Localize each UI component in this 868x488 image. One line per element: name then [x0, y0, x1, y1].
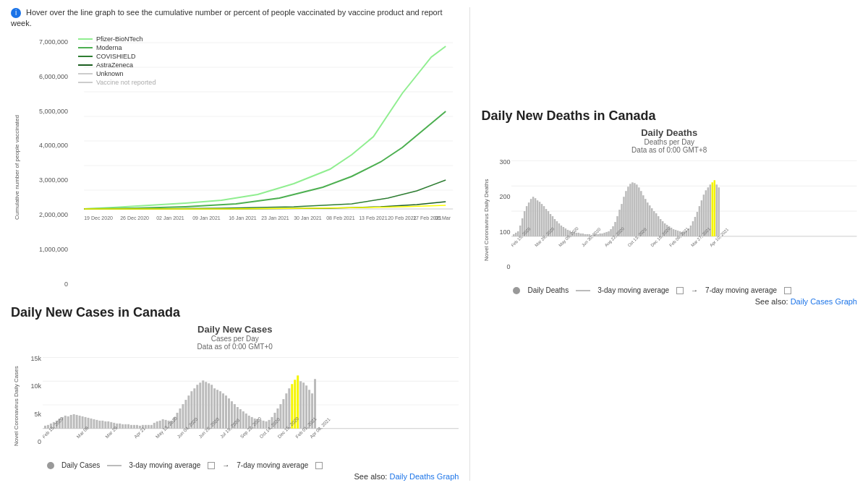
svg-rect-114: [302, 382, 305, 428]
svg-rect-168: [582, 234, 584, 236]
svg-rect-219: [692, 221, 694, 236]
daily-cases-legend-label3: 7-day moving average: [237, 461, 308, 469]
svg-rect-107: [282, 399, 284, 429]
svg-rect-86: [222, 393, 224, 429]
svg-rect-31: [64, 416, 67, 429]
daily-cases-graph-link[interactable]: Daily Cases Graph: [791, 297, 857, 306]
daily-cases-checkbox2[interactable]: [315, 462, 323, 469]
svg-text:26 Dec 2020: 26 Dec 2020: [120, 215, 149, 221]
svg-rect-176: [600, 234, 601, 236]
daily-cases-y-ticks: 15k 10k 5k 0: [21, 354, 43, 458]
info-banner: i Hover over the line graph to see the c…: [11, 7, 459, 30]
svg-rect-55: [133, 425, 135, 429]
daily-deaths-subtitle2: Data as of 0:00 GMT+8: [481, 146, 857, 154]
svg-rect-175: [597, 234, 599, 236]
svg-rect-158: [561, 226, 562, 236]
svg-rect-221: [697, 212, 698, 236]
svg-rect-54: [130, 425, 132, 429]
daily-deaths-see-also: See also: Daily Cases Graph: [481, 297, 857, 306]
svg-text:30 Jan 2021: 30 Jan 2021: [294, 215, 322, 221]
svg-rect-92: [239, 409, 242, 429]
daily-cases-see-also: See also: Daily Deaths Graph: [11, 472, 459, 481]
svg-text:06 Mar: 06 Mar: [435, 215, 451, 221]
svg-rect-62: [153, 423, 156, 429]
svg-rect-220: [694, 217, 696, 236]
svg-rect-53: [127, 424, 129, 429]
svg-rect-71: [179, 408, 182, 429]
svg-rect-228: [712, 182, 713, 236]
svg-rect-93: [242, 411, 244, 429]
svg-rect-113: [299, 381, 302, 428]
svg-text:Jun 30, 2020: Jun 30, 2020: [581, 226, 602, 247]
svg-text:02 Jan 2021: 02 Jan 2021: [156, 215, 184, 221]
svg-rect-46: [107, 421, 109, 429]
daily-cases-legend-label2: 3-day moving average: [129, 461, 200, 469]
svg-rect-137: [515, 233, 516, 236]
svg-rect-44: [101, 421, 103, 429]
vaccination-y-axis-label: Cumulative number of people vaccinated: [11, 115, 22, 220]
svg-text:09 Jan 2021: 09 Jan 2021: [192, 215, 221, 221]
svg-rect-155: [554, 219, 556, 236]
vaccination-y-ticks: 7,000,000 6,000,000 5,000,000 4,000,000 …: [24, 35, 71, 299]
svg-rect-165: [576, 233, 577, 236]
svg-rect-180: [608, 231, 610, 236]
svg-text:08 Feb 2021: 08 Feb 2021: [326, 215, 354, 221]
svg-rect-60: [148, 425, 150, 429]
svg-rect-33: [70, 415, 72, 429]
svg-rect-37: [82, 416, 84, 429]
daily-deaths-legend-label2: 3-day moving average: [597, 286, 669, 294]
daily-deaths-chart-title: Daily Deaths: [481, 127, 857, 138]
svg-rect-160: [565, 228, 566, 236]
daily-deaths-y-ticks: 300 200 100 0: [491, 157, 511, 283]
daily-deaths-title: Daily New Deaths in Canada: [481, 108, 857, 124]
svg-rect-87: [225, 395, 227, 429]
svg-rect-34: [73, 414, 75, 429]
svg-rect-178: [604, 233, 605, 236]
daily-deaths-checkbox1[interactable]: [676, 287, 684, 294]
svg-rect-148: [539, 202, 540, 236]
svg-rect-39: [88, 418, 90, 429]
daily-cases-subtitle2: Data as of 0:00 GMT+0: [11, 343, 459, 351]
daily-cases-legend-circle: [47, 462, 54, 469]
svg-rect-70: [176, 413, 179, 429]
svg-rect-230: [716, 184, 718, 236]
svg-rect-177: [602, 234, 603, 236]
svg-rect-45: [104, 421, 106, 429]
daily-cases-checkbox1[interactable]: [208, 462, 215, 469]
svg-rect-51: [122, 424, 124, 429]
svg-rect-209: [671, 228, 672, 236]
svg-rect-210: [673, 229, 674, 236]
daily-cases-legend: Daily Cases 3-day moving average → 7-day…: [47, 461, 459, 469]
svg-rect-157: [558, 223, 560, 236]
svg-rect-100: [263, 421, 265, 429]
svg-rect-191: [632, 182, 634, 236]
daily-deaths-legend-arrow: →: [691, 286, 698, 294]
daily-cases-svg: Feb 15, 2020 Mar 08 Mar 29 Apr 21 May 13…: [43, 354, 459, 458]
daily-deaths-graph-link[interactable]: Daily Deaths Graph: [389, 472, 459, 481]
svg-rect-201: [653, 211, 655, 236]
daily-deaths-section: Daily New Deaths in Canada Daily Deaths …: [481, 108, 857, 306]
svg-rect-24: [44, 426, 46, 429]
daily-deaths-y-label: Novel Coronavirus Daily Deaths: [481, 157, 491, 283]
daily-deaths-legend-label3: 7-day moving average: [705, 286, 777, 294]
svg-text:20 Feb 2021: 20 Feb 2021: [388, 215, 416, 221]
svg-rect-61: [150, 425, 153, 429]
svg-rect-108: [285, 393, 287, 429]
svg-rect-211: [675, 230, 676, 236]
svg-rect-147: [537, 200, 538, 236]
svg-rect-41: [93, 419, 95, 429]
daily-deaths-checkbox2[interactable]: [784, 287, 791, 294]
svg-rect-181: [610, 229, 612, 236]
daily-cases-legend-line: [107, 465, 122, 466]
daily-deaths-svg: Feb 15, 2020 Mar 28, 2020 May 09, 2020 J…: [511, 157, 857, 283]
info-icon: i: [11, 8, 21, 18]
svg-text:13 Feb 2021: 13 Feb 2021: [359, 215, 387, 221]
daily-deaths-legend: Daily Deaths 3-day moving average → 7-da…: [513, 286, 857, 294]
vaccination-legend: Pfizer-BioNTech Moderna COVISHIELD Astra…: [78, 35, 156, 87]
svg-rect-189: [628, 187, 629, 236]
svg-rect-149: [541, 204, 542, 236]
svg-rect-145: [532, 197, 534, 236]
svg-rect-170: [587, 234, 588, 236]
svg-rect-199: [649, 205, 650, 236]
svg-rect-80: [205, 382, 207, 428]
